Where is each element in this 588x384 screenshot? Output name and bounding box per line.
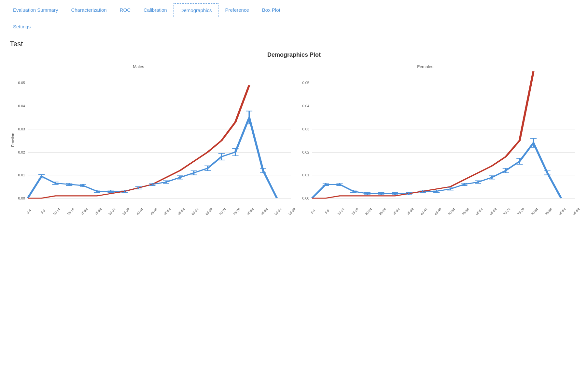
x-tick-label: 80-84 xyxy=(246,207,255,216)
chart-subtitle-left: Males xyxy=(133,64,144,69)
tab-evaluation-summary[interactable]: Evaluation Summary xyxy=(7,3,64,17)
x-tick-label: 60-64 xyxy=(191,207,199,216)
tab-roc[interactable]: ROC xyxy=(113,3,137,17)
x-tick-label: 80-84 xyxy=(530,207,539,216)
x-tick-label: 50-54 xyxy=(163,207,172,216)
x-tick-label: 70-74 xyxy=(503,207,511,216)
y-tick-label: 0.05 xyxy=(296,81,309,85)
chart-left: Fraction Males 0.000.010.020.030.040.050… xyxy=(10,62,294,218)
tab-box-plot[interactable]: Box Plot xyxy=(256,3,287,17)
nav-tabs-row2: Settings xyxy=(0,17,588,33)
x-tick-label: 20-24 xyxy=(80,207,89,216)
x-tick-label: 40-44 xyxy=(135,207,144,216)
y-tick-label: 0.03 xyxy=(12,127,25,131)
tab-demographics[interactable]: Demographics xyxy=(174,3,219,17)
chart-svg xyxy=(28,71,291,198)
x-tick-label: 90-94 xyxy=(274,207,282,216)
y-tick-label: 0.05 xyxy=(12,81,25,85)
tab-calibration[interactable]: Calibration xyxy=(137,3,174,17)
y-tick-label: 0.04 xyxy=(296,104,309,108)
x-tick-label: 10-14 xyxy=(52,207,61,216)
charts-wrapper: Fraction Males 0.000.010.020.030.040.050… xyxy=(10,62,578,218)
y-tick-label: 0.01 xyxy=(296,173,309,177)
chart-area-right: Females 0.000.010.020.030.040.050-45-910… xyxy=(312,71,575,199)
x-tick-label: 75-79 xyxy=(232,207,241,216)
x-tick-label: 35-39 xyxy=(406,207,414,216)
section-title: Test xyxy=(10,40,578,48)
x-tick-label: 30-34 xyxy=(392,207,400,216)
x-tick-label: 20-24 xyxy=(364,207,373,216)
x-tick-label: 0-4 xyxy=(26,209,32,214)
x-tick-label: 65-69 xyxy=(205,207,213,216)
chart-title: Demographics Plot xyxy=(10,52,578,58)
red-line xyxy=(312,71,533,198)
x-tick-label: 55-59 xyxy=(177,207,186,216)
grid-line xyxy=(28,198,291,199)
x-tick-label: 50-54 xyxy=(447,207,456,216)
chart-svg xyxy=(312,71,575,198)
y-tick-label: 0.00 xyxy=(296,196,309,200)
x-tick-label: 15-19 xyxy=(66,207,75,216)
tab-characterization[interactable]: Characterization xyxy=(64,3,113,17)
chart-subtitle-right: Females xyxy=(417,64,433,69)
x-tick-label: 90-94 xyxy=(558,207,567,216)
x-tick-label: 60-64 xyxy=(475,207,483,216)
y-tick-label: 0.03 xyxy=(296,127,309,131)
tab-settings[interactable]: Settings xyxy=(7,20,37,33)
y-tick-label: 0.02 xyxy=(12,150,25,154)
y-tick-label: 0.01 xyxy=(12,173,25,177)
x-tick-label: 75-79 xyxy=(517,207,525,216)
y-tick-label: 0.04 xyxy=(12,104,25,108)
x-tick-label: 85-89 xyxy=(544,207,553,216)
x-tick-label: 25-29 xyxy=(378,207,387,216)
x-tick-label: 5-9 xyxy=(324,209,330,214)
y-tick-label: 0.00 xyxy=(12,196,25,200)
x-tick-label: 30-34 xyxy=(108,207,116,216)
y-axis-label-left: Fraction xyxy=(11,133,15,147)
y-tick-label: 0.02 xyxy=(296,150,309,154)
x-tick-label: 15-19 xyxy=(351,207,359,216)
x-tick-label: 5-9 xyxy=(40,209,46,214)
grid-line xyxy=(312,198,575,199)
chart-right: Females 0.000.010.020.030.040.050-45-910… xyxy=(294,62,578,218)
x-tick-label: 45-49 xyxy=(149,207,158,216)
blue-line xyxy=(28,117,277,198)
nav-tabs-row1: Evaluation Summary Characterization ROC … xyxy=(0,0,588,17)
page-content: Test Demographics Plot Fraction Males 0.… xyxy=(0,33,588,225)
x-tick-label: 45-49 xyxy=(434,207,442,216)
x-tick-label: 95-99 xyxy=(572,207,581,216)
chart-area-left: Males 0.000.010.020.030.040.050-45-910-1… xyxy=(28,71,291,199)
red-line xyxy=(28,85,249,198)
x-tick-label: 25-29 xyxy=(94,207,103,216)
x-tick-label: 85-89 xyxy=(260,207,269,216)
x-tick-label: 0-4 xyxy=(310,209,316,214)
x-tick-label: 55-59 xyxy=(461,207,470,216)
x-tick-label: 35-39 xyxy=(122,207,130,216)
x-tick-label: 65-69 xyxy=(489,207,497,216)
x-tick-label: 40-44 xyxy=(420,207,428,216)
x-tick-label: 70-74 xyxy=(218,207,227,216)
tab-preference[interactable]: Preference xyxy=(218,3,255,17)
x-tick-label: 10-14 xyxy=(337,207,345,216)
